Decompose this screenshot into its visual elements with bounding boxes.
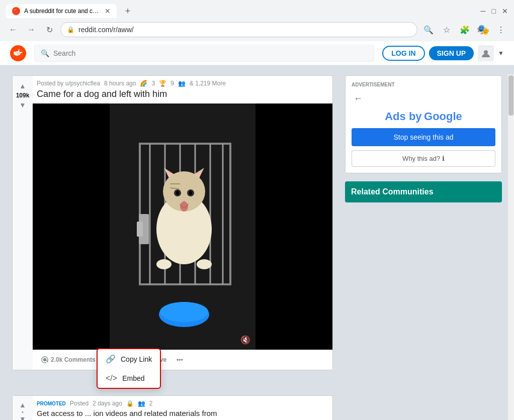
main-content: ▲ 109k ▼ Posted by u/psychicflea 8 hours… — [0, 65, 514, 420]
ads-by-text: Ads by — [385, 110, 421, 123]
header-actions: LOG IN SIGN UP ▼ — [382, 45, 504, 61]
browser-tab[interactable]: 🔴 A subreddit for cute and cuddly ✕ — [6, 4, 117, 18]
post-container: ▲ 109k ▼ Posted by u/psychicflea 8 hours… — [12, 75, 333, 420]
promoted-time: 2 days ago — [93, 400, 122, 407]
bookmark-icon[interactable]: ☆ — [440, 23, 454, 37]
promoted-posted: Posted — [70, 400, 89, 407]
promoted-card: ▲ • ▼ PROMOTED Posted 2 days ago 🔒 👥 2 G… — [12, 395, 333, 420]
volume-icon[interactable]: 🔇 — [240, 335, 250, 345]
svg-rect-29 — [137, 222, 143, 237]
tab-close-button[interactable]: ✕ — [105, 7, 111, 15]
user-avatar[interactable] — [478, 45, 494, 61]
refresh-button[interactable]: ↻ — [42, 23, 56, 37]
ad-back-button[interactable]: ← — [352, 91, 365, 106]
post-header: Posted by u/psychicflea 8 hours ago 🌈 3 … — [33, 76, 332, 87]
promoted-tag: PROMOTED — [37, 401, 66, 406]
promoted-downvote[interactable]: ▼ — [17, 415, 29, 420]
extensions-icon[interactable]: 🧩 — [458, 23, 472, 37]
browser-chrome: 🔴 A subreddit for cute and cuddly ✕ + ─ … — [0, 0, 514, 41]
new-tab-button[interactable]: + — [121, 4, 135, 18]
flair-count2: 9 — [170, 80, 174, 87]
profile-icon[interactable]: 🎭 — [476, 23, 490, 37]
upvote-button[interactable]: ▲ — [17, 80, 29, 92]
flair-emoji1: 🌈 — [140, 80, 147, 87]
search-bar[interactable]: 🔍 — [34, 45, 374, 62]
post-time: 8 hours ago — [104, 80, 136, 87]
tab-favicon: 🔴 — [12, 7, 20, 15]
svg-point-1 — [484, 50, 488, 54]
copy-link-label: Copy Link — [121, 355, 152, 363]
embed-item[interactable]: </> Embed — [98, 369, 160, 388]
more-dots: ••• — [177, 356, 183, 363]
embed-label: Embed — [122, 374, 144, 382]
comments-button[interactable]: 2.0k Comments — [37, 353, 100, 367]
more-button[interactable]: ••• — [173, 353, 187, 366]
promoted-vote-column: ▲ • ▼ — [13, 396, 33, 420]
post-image-svg — [110, 103, 255, 350]
stop-seeing-ad-button[interactable]: Stop seeing this ad — [352, 128, 495, 146]
promoted-title: Get access to ... ion videos and related… — [37, 409, 328, 417]
lock-icon: 🔒 — [67, 26, 74, 33]
flair-count1: 3 — [151, 80, 155, 87]
back-button[interactable]: ← — [6, 23, 20, 37]
signup-button[interactable]: SIGN UP — [429, 46, 474, 60]
flair-more: & 1,219 More — [190, 80, 226, 87]
svg-point-27 — [160, 302, 208, 322]
tab-title: A subreddit for cute and cuddly — [24, 8, 101, 15]
minimize-button[interactable]: ─ — [481, 7, 486, 15]
ads-by-google: Ads by Google — [352, 110, 495, 123]
post-image-container: 🔇 — [33, 103, 332, 350]
address-bar[interactable]: 🔒 — [60, 22, 417, 37]
related-communities-label: Related Communities — [351, 187, 434, 196]
promoted-icon3: 2 — [149, 400, 153, 407]
promoted-content: PROMOTED Posted 2 days ago 🔒 👥 2 Get acc… — [37, 400, 328, 417]
menu-icon[interactable]: ⋮ — [494, 23, 508, 37]
maximize-button[interactable]: □ — [492, 7, 496, 15]
forward-button[interactable]: → — [24, 23, 38, 37]
link-icon: 🔗 — [106, 354, 116, 364]
flair-emoji3: 👥 — [178, 80, 186, 87]
post-content: Posted by u/psychicflea 8 hours ago 🌈 3 … — [33, 76, 332, 370]
search-input[interactable] — [53, 49, 368, 57]
browser-titlebar: 🔴 A subreddit for cute and cuddly ✕ + ─ … — [0, 0, 514, 18]
svg-point-20 — [176, 191, 179, 195]
promoted-icon1: 🔒 — [126, 400, 134, 407]
copy-link-item[interactable]: 🔗 Copy Link — [98, 349, 160, 369]
svg-point-21 — [189, 191, 192, 195]
svg-point-23 — [180, 201, 188, 212]
browser-nav: ← → ↻ 🔒 🔍 ☆ 🧩 🎭 ⋮ — [0, 18, 514, 41]
search-icon[interactable]: 🔍 — [421, 23, 436, 37]
post-actions: 2.0k Comments Share Save ••• — [33, 350, 332, 370]
vote-column: ▲ 109k ▼ — [13, 76, 33, 370]
reddit-header: 🔍 LOG IN SIGN UP ▼ — [0, 41, 514, 65]
search-icon: 🔍 — [41, 49, 49, 57]
popup-wrapper: 🔗 Copy Link </> Embed — [97, 348, 161, 389]
post-title: Came for a dog and left with him — [33, 87, 332, 103]
ad-widget: ADVERTISEMENT ← Ads by Google Stop seein… — [345, 75, 502, 173]
url-input[interactable] — [78, 26, 411, 34]
post-card: ▲ 109k ▼ Posted by u/psychicflea 8 hours… — [12, 75, 333, 370]
vote-count: 109k — [16, 92, 30, 99]
related-communities-widget: Related Communities — [345, 181, 502, 202]
svg-point-25 — [197, 259, 212, 269]
sidebar: ADVERTISEMENT ← Ads by Google Stop seein… — [345, 75, 502, 420]
close-button[interactable]: ✕ — [502, 7, 508, 15]
svg-point-24 — [156, 259, 172, 269]
promoted-upvote[interactable]: ▲ — [17, 401, 29, 409]
embed-icon: </> — [106, 374, 117, 383]
promoted-icon2: 👥 — [138, 400, 145, 407]
page-scrollbar[interactable] — [508, 74, 514, 420]
promoted-bullet: • — [22, 409, 24, 415]
user-menu-chevron[interactable]: ▼ — [498, 50, 504, 57]
downvote-button[interactable]: ▼ — [17, 99, 29, 111]
comments-count: 2.0k Comments — [51, 356, 96, 363]
reddit-logo[interactable] — [10, 45, 26, 61]
why-this-ad-button[interactable]: Why this ad? ℹ — [352, 150, 495, 167]
google-brand: Google — [424, 110, 462, 123]
scrollbar-thumb[interactable] — [508, 75, 513, 116]
advertisement-label: ADVERTISEMENT — [352, 82, 495, 87]
flair-emoji2: 🏆 — [159, 80, 166, 87]
posted-by-label: Posted by u/psychicflea — [37, 80, 100, 87]
login-button[interactable]: LOG IN — [382, 46, 424, 61]
